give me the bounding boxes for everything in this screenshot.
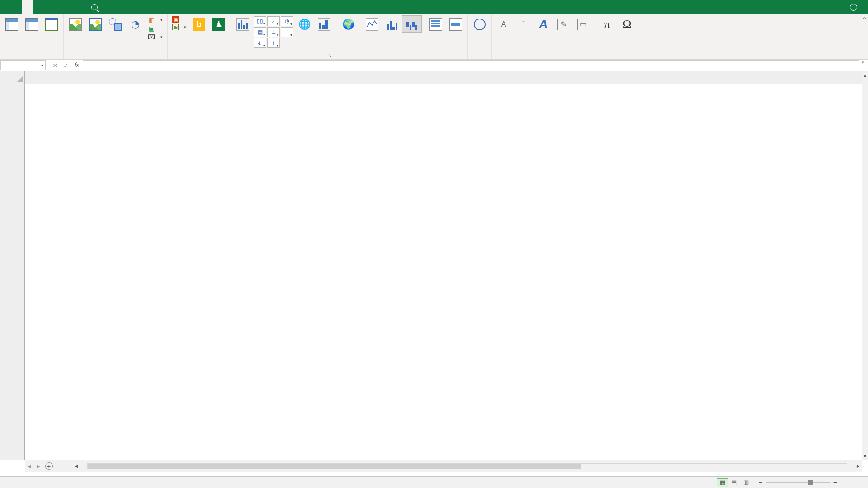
scatter-chart-button[interactable]: ⁘▾: [281, 27, 293, 37]
sheet-nav-next[interactable]: ►: [34, 460, 43, 472]
scroll-up-button[interactable]: ▲: [862, 71, 868, 80]
group-links-label: [470, 57, 490, 59]
link-icon: [474, 19, 486, 30]
pivottable-icon: [5, 18, 18, 31]
bing-maps-button[interactable]: b: [189, 15, 209, 33]
bar-chart-icon: [236, 18, 249, 31]
equation-button[interactable]: π: [597, 15, 617, 33]
scroll-left-button[interactable]: ◄: [73, 463, 80, 469]
enter-formula-button[interactable]: ✓: [61, 60, 71, 71]
sparkline-column-button[interactable]: [382, 15, 402, 33]
addins-icon: ⊞: [172, 24, 179, 30]
new-sheet-button[interactable]: +: [43, 460, 55, 472]
zoom-out-button[interactable]: −: [758, 479, 762, 487]
icons-button[interactable]: ◔: [125, 15, 145, 33]
smartart-button[interactable]: ▣: [146, 24, 164, 33]
tab-formeln[interactable]: [43, 0, 54, 14]
recommended-pivottables-button[interactable]: [22, 15, 42, 33]
expand-formula-bar-button[interactable]: ▾: [859, 60, 867, 66]
page-break-view-button[interactable]: ▥: [740, 478, 752, 487]
icons-icon: ◔: [128, 17, 142, 32]
scroll-down-button[interactable]: ▼: [862, 452, 868, 460]
pictures-button[interactable]: [66, 15, 85, 33]
signature-line-button[interactable]: ✎: [553, 15, 573, 33]
shapes-button[interactable]: [105, 15, 125, 33]
zoom-slider[interactable]: [766, 482, 830, 483]
pie-chart-button[interactable]: ◔▾: [281, 16, 293, 26]
header-footer-button[interactable]: ––: [514, 15, 533, 33]
tab-ansicht[interactable]: [76, 0, 87, 14]
slicer-button[interactable]: [426, 15, 446, 33]
table-button[interactable]: [42, 15, 61, 33]
pivottable-button[interactable]: [2, 15, 22, 33]
formula-input[interactable]: [83, 60, 859, 70]
tab-seitenlayout[interactable]: [33, 0, 43, 14]
column-chart-button[interactable]: ▯▯▾: [254, 16, 266, 26]
group-touren: 🌍: [336, 14, 360, 59]
signature-icon: ✎: [557, 19, 569, 30]
shapes-icon: [109, 18, 122, 31]
vertical-scrollbar[interactable]: ▲ ▼: [862, 71, 868, 460]
wordart-button[interactable]: A: [533, 15, 553, 33]
textbox-button[interactable]: A: [494, 15, 514, 33]
tab-ueberpruefen[interactable]: [65, 0, 76, 14]
timeline-button[interactable]: [446, 15, 466, 33]
3d-models-button[interactable]: ◧▾: [146, 16, 164, 24]
user-icon: [850, 4, 857, 11]
hierarchy-chart-button[interactable]: ▤▾: [254, 27, 266, 37]
group-touren-label: [338, 57, 358, 59]
symbol-button[interactable]: Ω: [617, 15, 637, 33]
group-filter-label: [426, 57, 466, 59]
horizontal-scrollbar[interactable]: ◄ ►: [73, 460, 862, 472]
my-addins-button[interactable]: ⊞▾: [171, 23, 188, 31]
people-graph-button[interactable]: ♟: [209, 15, 229, 33]
sparkline-winloss-button[interactable]: [402, 15, 422, 33]
maps-button[interactable]: 🌐: [294, 15, 314, 33]
textbox-icon: A: [498, 19, 509, 30]
group-sparklines: [360, 14, 424, 59]
object-button[interactable]: ▭: [573, 15, 593, 33]
group-diagramme: ▯▯▾ ⟋▾ ◔▾ ▤▾ ⊥▾ ⁘▾ ⫝▾ ⫰▾ 🌐: [231, 14, 336, 59]
people-icon: ♟: [212, 18, 225, 31]
tab-datei[interactable]: [0, 0, 11, 14]
online-pictures-icon: [89, 18, 102, 31]
bing-icon: b: [193, 18, 205, 31]
sheet-nav-prev[interactable]: ◄: [25, 460, 34, 472]
pivotchart-button[interactable]: [314, 15, 334, 33]
tab-start[interactable]: [11, 0, 22, 14]
tell-me-search[interactable]: [87, 0, 105, 14]
sheet-tab-bar: ◄ ► + ◄ ►: [25, 460, 862, 472]
link-button[interactable]: [470, 15, 490, 33]
scroll-right-button[interactable]: ►: [854, 463, 862, 469]
collapse-ribbon-button[interactable]: ⌃: [861, 14, 868, 59]
online-pictures-button[interactable]: [85, 15, 105, 33]
insert-function-button[interactable]: fx: [71, 60, 82, 71]
select-all-button[interactable]: [0, 71, 25, 84]
line-chart-button[interactable]: ⟋▾: [267, 16, 280, 26]
ribbon-tabs-bar: [0, 0, 868, 14]
zoom-in-button[interactable]: +: [833, 479, 837, 487]
recommended-charts-button[interactable]: [233, 15, 253, 33]
store-icon: ▣: [172, 16, 179, 23]
dialog-launcher-diagramme[interactable]: ↘: [327, 52, 333, 58]
waterfall-chart-button[interactable]: ⫝▾: [254, 38, 266, 48]
combo-chart-button[interactable]: ⫰▾: [267, 38, 280, 48]
3d-map-button[interactable]: 🌍: [338, 15, 358, 33]
share-button[interactable]: [842, 0, 868, 14]
screenshot-button[interactable]: ⌧▾: [146, 33, 164, 41]
chevron-down-icon: ▾: [160, 35, 163, 39]
tab-daten[interactable]: [54, 0, 65, 14]
statistic-chart-button[interactable]: ⊥▾: [267, 27, 280, 37]
group-symbole: π Ω: [595, 14, 639, 59]
page-layout-view-button[interactable]: ▤: [728, 478, 740, 487]
cells-area[interactable]: [25, 84, 862, 460]
name-box[interactable]: ▾: [0, 60, 46, 70]
cancel-formula-button[interactable]: ✕: [50, 60, 61, 71]
worksheet-grid: ▲ ▼ ◄ ► + ◄ ►: [0, 71, 868, 472]
hscroll-thumb[interactable]: [88, 464, 581, 469]
sparkline-line-button[interactable]: [362, 15, 382, 33]
store-button[interactable]: ▣: [171, 16, 188, 23]
tab-einfuegen[interactable]: [22, 0, 33, 14]
zoom-control: − +: [758, 479, 863, 487]
normal-view-button[interactable]: ▦: [717, 478, 728, 487]
